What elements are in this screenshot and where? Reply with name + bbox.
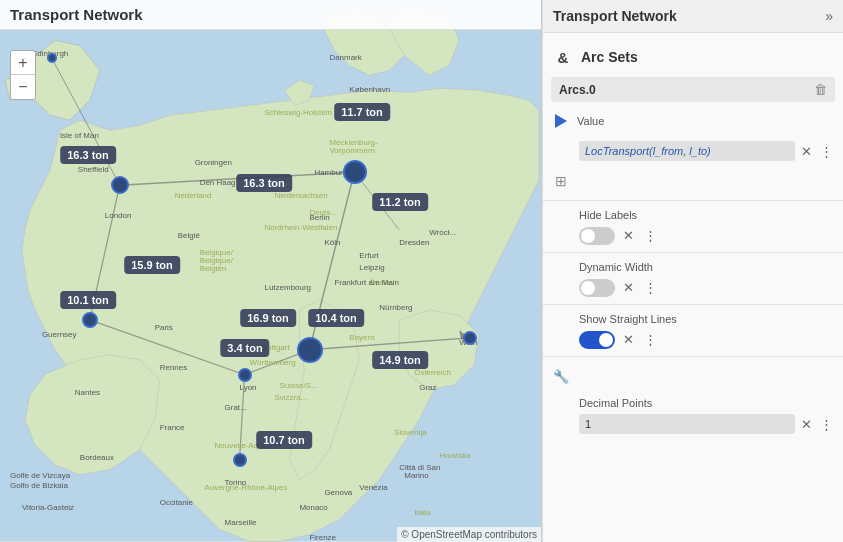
- svg-text:Genova: Genova: [324, 488, 352, 497]
- zoom-in-button[interactable]: +: [11, 51, 35, 75]
- ton-label-5: 15.9 ton: [124, 256, 180, 274]
- dynamic-width-toggle[interactable]: [579, 279, 615, 297]
- decimal-points-row: 🔧: [543, 361, 843, 391]
- map-node-5: [82, 312, 98, 328]
- dynamic-width-label: Dynamic Width: [543, 257, 843, 275]
- svg-text:Monaco: Monaco: [299, 503, 328, 512]
- svg-text:Niedersachsen: Niedersachsen: [274, 191, 327, 200]
- svg-text:Guernsey: Guernsey: [42, 330, 77, 339]
- divider-4: [543, 356, 843, 357]
- panel-header: Transport Network »: [543, 0, 843, 33]
- svg-text:Marino: Marino: [404, 471, 429, 480]
- decimal-points-label: Decimal Points: [543, 393, 843, 411]
- arc-set-row[interactable]: Arcs.0 🗑: [551, 77, 835, 102]
- map-node-2: [343, 160, 367, 184]
- svg-text:London: London: [105, 211, 132, 220]
- map-node-4: [463, 331, 477, 345]
- svg-text:Dresden: Dresden: [399, 238, 429, 247]
- svg-text:Danmark: Danmark: [329, 53, 361, 62]
- map-node-6: [238, 368, 252, 382]
- svg-text:Golfo de Bizkaia: Golfo de Bizkaia: [10, 481, 69, 490]
- svg-text:Belgiën: Belgiën: [200, 264, 227, 273]
- zoom-controls: + −: [10, 50, 36, 100]
- arc-sets-label: Arc Sets: [581, 49, 638, 65]
- svg-text:Lyon: Lyon: [240, 383, 257, 392]
- hide-labels-row: ⊞: [543, 166, 843, 196]
- svg-text:Slovenija: Slovenija: [394, 428, 427, 437]
- clear-hide-labels-button[interactable]: ✕: [621, 226, 636, 245]
- link-icon: &: [553, 47, 573, 67]
- wrench-icon-wrapper: 🔧: [551, 366, 571, 386]
- ton-label-8: 10.4 ton: [308, 309, 364, 327]
- svg-text:Sheffield: Sheffield: [78, 165, 109, 174]
- map-node-7: [233, 453, 247, 467]
- svg-text:Golfe de Vizcaya: Golfe de Vizcaya: [10, 471, 71, 480]
- ton-label-7: 16.9 ton: [240, 309, 296, 327]
- svg-text:Groningen: Groningen: [195, 158, 232, 167]
- clear-decimal-button[interactable]: ✕: [799, 415, 814, 434]
- hide-labels-label: Hide Labels: [543, 205, 843, 223]
- svg-text:Leipzig: Leipzig: [359, 263, 384, 272]
- divider-1: [543, 200, 843, 201]
- wrench-icon: 🔧: [553, 369, 569, 384]
- svg-text:Schleswig-Holstein: Schleswig-Holstein: [265, 108, 332, 117]
- svg-text:Österreich: Österreich: [414, 368, 451, 377]
- svg-text:Torino: Torino: [225, 478, 247, 487]
- map-node-8: [47, 53, 57, 63]
- svg-text:Nantes: Nantes: [75, 388, 100, 397]
- svg-text:Graz: Graz: [419, 383, 436, 392]
- right-panel: Transport Network » & Arc Sets Arcs.0 🗑 …: [542, 0, 843, 542]
- ton-label-4: 11.2 ton: [372, 193, 428, 211]
- divider-2: [543, 252, 843, 253]
- map-attribution: © OpenStreetMap contributors: [397, 527, 541, 542]
- dynamic-width-toggle-knob: [581, 281, 595, 295]
- more-dynamic-width-button[interactable]: ⋮: [642, 278, 659, 297]
- show-straight-lines-toggle-row: ✕ ⋮: [543, 327, 843, 352]
- document-icon: ⊞: [555, 173, 567, 189]
- arc-sets-section: & Arc Sets: [543, 41, 843, 73]
- arrow-icon: [555, 114, 567, 128]
- dynamic-width-toggle-row: ✕ ⋮: [543, 275, 843, 300]
- hide-labels-toggle-row: ✕ ⋮: [543, 223, 843, 248]
- more-decimal-button[interactable]: ⋮: [818, 415, 835, 434]
- panel-body: & Arc Sets Arcs.0 🗑 Value LocTransport(l…: [543, 33, 843, 542]
- decimal-points-input[interactable]: [579, 414, 795, 434]
- ton-label-2: 11.7 ton: [334, 103, 390, 121]
- svg-text:København: København: [349, 85, 390, 94]
- svg-text:Frankfurt am Main: Frankfurt am Main: [334, 278, 399, 287]
- ton-label-11: 10.7 ton: [256, 431, 312, 449]
- svg-text:Rennes: Rennes: [160, 363, 187, 372]
- map-background: Edinburgh Isle of Man Sheffield Guernsey…: [0, 0, 541, 542]
- show-straight-lines-toggle[interactable]: [579, 331, 615, 349]
- svg-text:Württemberg: Württemberg: [250, 358, 296, 367]
- hide-labels-toggle-knob: [581, 229, 595, 243]
- more-straight-lines-button[interactable]: ⋮: [642, 330, 659, 349]
- more-value-button[interactable]: ⋮: [818, 142, 835, 161]
- clear-straight-lines-button[interactable]: ✕: [621, 330, 636, 349]
- svg-text:Italia: Italia: [414, 508, 431, 517]
- svg-text:Paris: Paris: [155, 323, 173, 332]
- clear-dynamic-width-button[interactable]: ✕: [621, 278, 636, 297]
- ton-label-10: 14.9 ton: [372, 351, 428, 369]
- map-node-3: [297, 337, 323, 363]
- hide-labels-toggle[interactable]: [579, 227, 615, 245]
- svg-text:Firenze: Firenze: [309, 533, 336, 542]
- panel-expand-button[interactable]: »: [825, 8, 833, 24]
- svg-text:Nürnberg: Nürnberg: [379, 303, 412, 312]
- show-straight-lines-toggle-knob: [599, 333, 613, 347]
- more-hide-labels-button[interactable]: ⋮: [642, 226, 659, 245]
- decimal-points-value-row: ✕ ⋮: [543, 411, 843, 437]
- svg-text:Nederland: Nederland: [175, 191, 212, 200]
- svg-text:Bordeaux: Bordeaux: [80, 453, 114, 462]
- value-expression[interactable]: LocTransport(l_from, l_to): [579, 141, 795, 161]
- svg-text:Deuts...: Deuts...: [309, 208, 336, 217]
- delete-arc-set-button[interactable]: 🗑: [814, 82, 827, 97]
- svg-text:France: France: [160, 423, 185, 432]
- zoom-out-button[interactable]: −: [11, 75, 35, 99]
- svg-text:Belgiё: Belgiё: [178, 231, 201, 240]
- svg-text:Hrvatska: Hrvatska: [439, 451, 471, 460]
- clear-value-button[interactable]: ✕: [799, 142, 814, 161]
- map-node-1: [111, 176, 129, 194]
- svg-text:Bayern: Bayern: [349, 333, 374, 342]
- svg-text:Isle of Man: Isle of Man: [60, 131, 99, 140]
